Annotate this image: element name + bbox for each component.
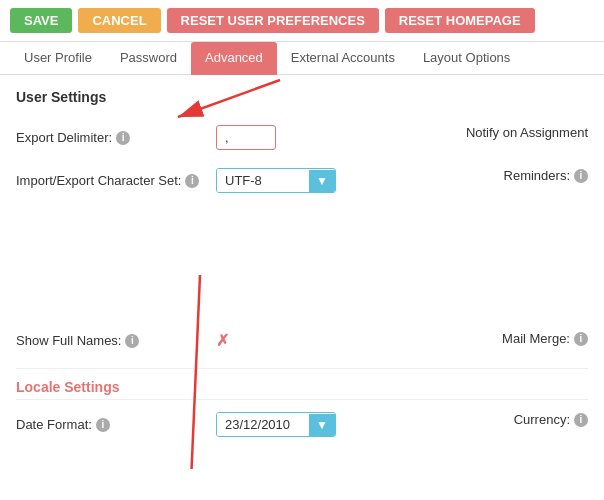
show-full-names-row: Show Full Names: i ✗ Mail Merge: i [16,331,588,350]
date-format-row: Date Format: i 23/12/2010 ▼ Currency: i [16,412,588,437]
charset-label: Import/Export Character Set: i [16,173,216,188]
notify-assignment-label: Notify on Assignment [466,125,588,140]
show-full-names-info-icon[interactable]: i [125,334,139,348]
show-full-names-label: Show Full Names: i [16,333,216,348]
tab-advanced[interactable]: Advanced [191,42,277,75]
reset-homepage-button[interactable]: RESET HOMEPAGE [385,8,535,33]
section-divider [16,368,588,369]
user-settings-title: User Settings [16,89,588,109]
currency-label: Currency: i [514,412,588,427]
cancel-button[interactable]: CANCEL [78,8,160,33]
tab-user-profile[interactable]: User Profile [10,42,106,75]
reminders-info-icon[interactable]: i [574,169,588,183]
tab-external-accounts[interactable]: External Accounts [277,42,409,75]
save-button[interactable]: SAVE [10,8,72,33]
charset-value: UTF-8 [217,169,309,192]
charset-dropdown-arrow[interactable]: ▼ [309,170,335,192]
date-format-label: Date Format: i [16,417,216,432]
charset-info-icon[interactable]: i [185,174,199,188]
locale-settings-title: Locale Settings [16,379,588,400]
tab-bar: User Profile Password Advanced External … [0,42,604,75]
reminders-label: Reminders: i [504,168,588,183]
reset-user-preferences-button[interactable]: RESET USER PREFERENCES [167,8,379,33]
date-format-select[interactable]: 23/12/2010 ▼ [216,412,336,437]
spacer [16,211,588,331]
currency-info-icon[interactable]: i [574,413,588,427]
export-delimiter-label: Export Delimiter: i [16,130,216,145]
date-format-dropdown-arrow[interactable]: ▼ [309,414,335,436]
date-format-value: 23/12/2010 [217,413,309,436]
export-delimiter-info-icon[interactable]: i [116,131,130,145]
toolbar: SAVE CANCEL RESET USER PREFERENCES RESET… [0,0,604,42]
show-full-names-checkbox[interactable]: ✗ [216,331,229,350]
mail-merge-label: Mail Merge: i [502,331,588,346]
charset-select[interactable]: UTF-8 ▼ [216,168,336,193]
export-delimiter-input[interactable] [216,125,276,150]
content-area: User Settings Export Delimiter: i Notify… [0,75,604,469]
main-content: User Settings Export Delimiter: i Notify… [0,75,604,469]
date-format-info-icon[interactable]: i [96,418,110,432]
mail-merge-info-icon[interactable]: i [574,332,588,346]
charset-row: Import/Export Character Set: i UTF-8 ▼ R… [16,168,588,193]
tab-password[interactable]: Password [106,42,191,75]
export-delimiter-row: Export Delimiter: i Notify on Assignment [16,125,588,150]
tab-layout-options[interactable]: Layout Options [409,42,524,75]
